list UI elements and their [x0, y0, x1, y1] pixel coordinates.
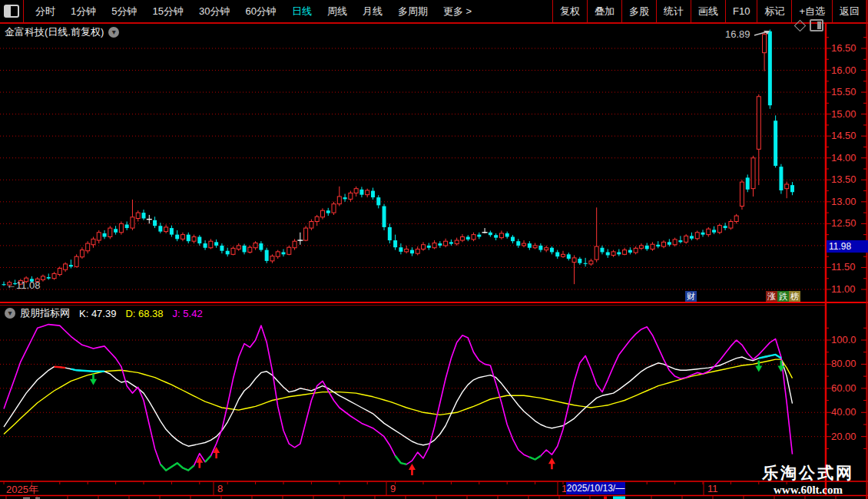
- chevron-down-icon[interactable]: ▾: [108, 27, 119, 38]
- last-price-tag: 11.98: [827, 240, 868, 253]
- k-cyan-segment: [71, 369, 104, 372]
- high-annotation-arrow: [754, 31, 770, 35]
- price-axis-label: 11.00: [831, 283, 866, 295]
- indicator-axis-label: 100.0: [831, 334, 866, 345]
- price-axis-label: 13.00: [831, 196, 866, 207]
- month-label-9: 9: [390, 483, 396, 494]
- chart-title-row[interactable]: 金富科技(日线.前复权) ▾: [5, 25, 119, 39]
- rank-badge-char: 榜: [789, 291, 800, 302]
- indicator-j-value: J: 5.42: [173, 308, 203, 319]
- buy-arrow-icon: [548, 458, 555, 464]
- rank-badge-char: 涨: [766, 291, 777, 302]
- price-axis-label: 12.50: [831, 217, 866, 229]
- watermark-url: www.60lt.com: [762, 484, 854, 497]
- month-label-11: 11: [707, 483, 718, 494]
- sell-arrow-icon: [90, 379, 97, 385]
- high-annotation: 16.89: [725, 28, 750, 40]
- grid-group: [0, 48, 824, 437]
- year-label: 2025年: [6, 483, 38, 497]
- indicator-axis-label: 20.00: [831, 431, 866, 442]
- j-green-segment: [161, 463, 194, 471]
- indicator-name[interactable]: 股朋指标网: [20, 306, 70, 320]
- sell-arrow-icon: [755, 366, 762, 372]
- chart-title: 金富科技(日线.前复权): [5, 25, 104, 39]
- kdj-lines-group: [4, 325, 793, 471]
- indicator-axis-label: 40.00: [831, 406, 866, 418]
- j-green-segment: [529, 456, 541, 460]
- price-axis-label: 13.50: [831, 173, 866, 185]
- price-axis-label: 16.50: [831, 42, 866, 54]
- indicator-header: ▾ 股朋指标网 K: 47.39 D: 68.38 J: 5.42: [5, 306, 203, 320]
- price-axis-label: 14.50: [831, 130, 866, 141]
- price-axis-label: 16.00: [831, 64, 866, 76]
- finance-badge-label: 财: [685, 291, 697, 302]
- indicator-axis-label: 60.00: [831, 382, 866, 394]
- price-axis-label: 14.00: [831, 152, 866, 164]
- trading-app-window: 分时1分钟5分钟15分钟30分钟60分钟日线周线月线多周期更多 > 复权叠加多股…: [0, 0, 868, 499]
- low-annotation: ←11.08: [6, 279, 41, 291]
- indicator-k-value: K: 47.39: [79, 308, 116, 319]
- j-line: [4, 325, 793, 471]
- price-axis-label: 15.50: [831, 86, 866, 97]
- collapse-icon[interactable]: ▾: [5, 308, 15, 319]
- chart-corner-icons: [796, 19, 823, 31]
- j-green-segment: [205, 456, 210, 462]
- candles-group: [2, 29, 794, 286]
- rank-badge[interactable]: 涨跌榜: [765, 291, 801, 302]
- watermark-site-name: 乐淘公式网: [762, 462, 854, 484]
- frame-group: [0, 0, 868, 499]
- price-axis-label: 11.50: [831, 261, 866, 273]
- j-green-segment: [396, 456, 407, 464]
- k-cyan-segment: [759, 355, 781, 359]
- date-tag: 2025/10/13/—: [566, 482, 625, 494]
- diamond-icon[interactable]: [794, 19, 807, 31]
- sell-arrow-icon: [777, 366, 784, 372]
- indicator-axis-label: 80.00: [831, 358, 866, 369]
- buy-arrow-icon: [409, 464, 416, 470]
- month-label-8: 8: [217, 483, 223, 494]
- signal-arrows-group: [90, 361, 784, 476]
- k-red-segment: [55, 367, 66, 368]
- watermark: 乐淘公式网 www.60lt.com: [762, 462, 854, 497]
- price-axis-label: 15.00: [831, 108, 866, 120]
- finance-badge[interactable]: 财: [684, 291, 697, 302]
- rank-badge-char: 跌: [777, 291, 789, 302]
- indicator-d-value: D: 68.38: [125, 308, 163, 319]
- chart-canvas[interactable]: [0, 0, 868, 499]
- pane-toggle-icon[interactable]: [810, 19, 823, 31]
